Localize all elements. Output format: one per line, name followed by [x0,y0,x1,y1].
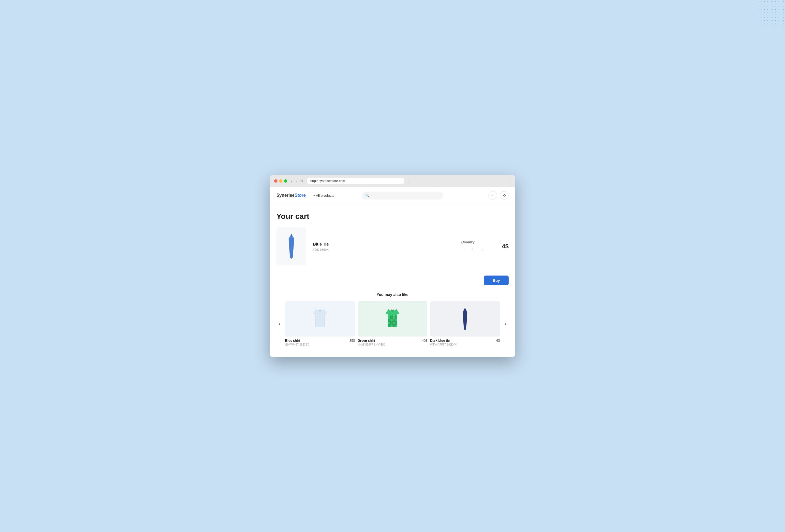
carousel-prev-button[interactable]: ‹ [276,320,282,328]
search-input[interactable] [372,194,439,198]
list-item: Dark blue tie 6$ WTY4AFF57-99JKVX [430,301,500,346]
nav-right-actions: ··· ⟲ [488,191,509,200]
svg-rect-18 [390,322,393,324]
quantity-controls: − 1 + [461,247,484,253]
scene-container: ‹ › ↻ http://synerisestore.com + ··· Syn… [270,175,515,357]
reco-image-dark-tie [460,307,471,331]
reco-item-name-2: Dark blue tie [430,339,450,343]
svg-rect-21 [393,324,395,327]
product-sku: FDS-9569X [313,248,455,251]
reco-item-name-1: Green shirt [358,339,375,343]
product-info: Blue Tie FDS-9569X [313,242,455,251]
recommendations-list: Blue shirt 35$ GHWM457-99233X [285,301,500,346]
site-navbar: SyneriseStore ▾ All products 🔍 ··· ⟲ [270,187,515,204]
reco-item-price-2: 6$ [496,339,500,343]
buy-row: Buy [276,271,509,290]
product-name: Blue Tie [313,242,455,246]
reco-item-sku-2: WTY4AFF57-99JKVX [430,343,500,346]
url-text: http://synerisestore.com [310,179,345,183]
svg-rect-16 [388,319,390,322]
svg-point-5 [320,314,321,315]
all-products-label: All products [316,194,334,198]
svg-rect-19 [395,322,397,324]
minimize-button[interactable] [279,179,282,183]
recommendations-section: You may also like ‹ [276,293,509,346]
logo: SyneriseStore [276,193,306,198]
product-price: 4$ [502,243,509,250]
reco-image-blue-shirt [310,308,330,330]
new-tab-button[interactable]: + [407,178,411,184]
reco-image-box-1 [358,301,427,336]
recommendations-title: You may also like [276,293,509,297]
reco-item-price-1: 40$ [422,339,427,343]
svg-marker-24 [464,308,466,310]
reco-item-name-0: Blue shirt [285,339,300,343]
main-content: Your cart Blue Tie FDS-9569X [270,204,515,357]
reco-item-name-price-0: Blue shirt 35$ [285,339,355,343]
browser-chrome: ‹ › ↻ http://synerisestore.com + ··· [270,175,515,187]
profile-icon: ⟲ [503,193,506,198]
reco-item-name-price-2: Dark blue tie 6$ [430,339,500,343]
reco-image-box-2 [430,301,500,336]
cart-item: Blue Tie FDS-9569X Quantity: − 1 + 4$ [276,227,509,271]
reco-item-sku-1: HNM4534F7-9HYYBX [358,343,427,346]
forward-button[interactable]: › [295,178,298,184]
svg-point-4 [320,312,321,313]
recommendations-carousel: ‹ [276,301,509,346]
logo-text-store: Store [295,193,306,198]
address-bar[interactable]: http://synerisestore.com [307,178,405,184]
browser-content: SyneriseStore ▾ All products 🔍 ··· ⟲ [270,187,515,357]
reco-item-price-0: 35$ [350,339,355,343]
close-button[interactable] [274,179,277,183]
page-title: Your cart [276,212,509,221]
reco-item-name-price-1: Green shirt 40$ [358,339,427,343]
browser-more-button[interactable]: ··· [507,178,511,183]
quantity-increase-button[interactable]: + [479,247,485,253]
svg-rect-15 [395,316,397,319]
reco-image-box-0 [285,301,355,336]
browser-window: ‹ › ↻ http://synerisestore.com + ··· Syn… [270,175,515,357]
search-bar: 🔍 [361,192,443,200]
svg-point-6 [320,316,321,317]
more-options-button[interactable]: ··· [488,191,497,200]
search-icon: 🔍 [365,194,370,198]
svg-rect-14 [390,316,393,319]
traffic-lights [274,179,287,183]
dot-pattern-decoration [758,0,785,27]
list-item: Green shirt 40$ HNM4534F7-9HYYBX [358,301,427,346]
svg-rect-20 [388,324,390,327]
nav-buttons: ‹ › ↻ [290,178,304,184]
quantity-decrease-button[interactable]: − [461,247,466,253]
buy-button[interactable]: Buy [484,276,509,285]
maximize-button[interactable] [284,179,287,183]
quantity-value: 1 [470,248,476,252]
reco-image-green-shirt [383,308,402,330]
all-products-dropdown[interactable]: ▾ All products [311,193,337,199]
product-image-container [276,227,306,265]
chevron-down-icon: ▾ [313,194,315,197]
product-image-tie [284,233,298,260]
list-item: Blue shirt 35$ GHWM457-99233X [285,301,355,346]
logo-text-synerise: Synerise [276,193,295,198]
reco-item-sku-0: GHWM457-99233X [285,343,355,346]
back-button[interactable]: ‹ [290,178,293,184]
quantity-label: Quantity: [461,240,475,244]
quantity-section: Quantity: − 1 + [461,240,484,253]
svg-rect-17 [393,319,395,322]
refresh-button[interactable]: ↻ [299,178,304,184]
carousel-next-button[interactable]: › [503,320,509,328]
profile-button[interactable]: ⟲ [500,191,509,200]
